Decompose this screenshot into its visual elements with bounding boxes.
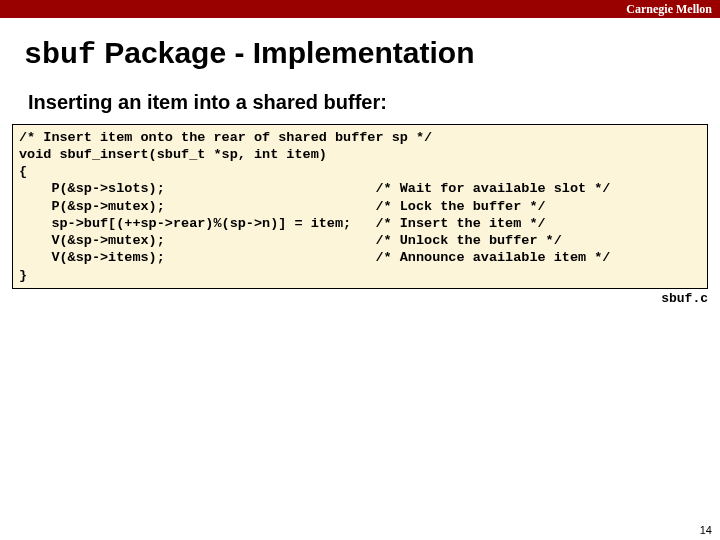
slide-subtitle: Inserting an item into a shared buffer: <box>0 81 720 122</box>
slide-title: sbuf Package - Implementation <box>24 36 696 73</box>
header-bar: Carnegie Mellon <box>0 0 720 18</box>
page-number: 14 <box>700 524 712 536</box>
code-listing: /* Insert item onto the rear of shared b… <box>12 124 708 289</box>
brand-label: Carnegie Mellon <box>626 0 712 18</box>
source-file-label: sbuf.c <box>0 289 720 306</box>
title-code-token: sbuf <box>24 38 96 72</box>
title-text: Package - Implementation <box>96 36 474 69</box>
title-area: sbuf Package - Implementation <box>0 18 720 81</box>
